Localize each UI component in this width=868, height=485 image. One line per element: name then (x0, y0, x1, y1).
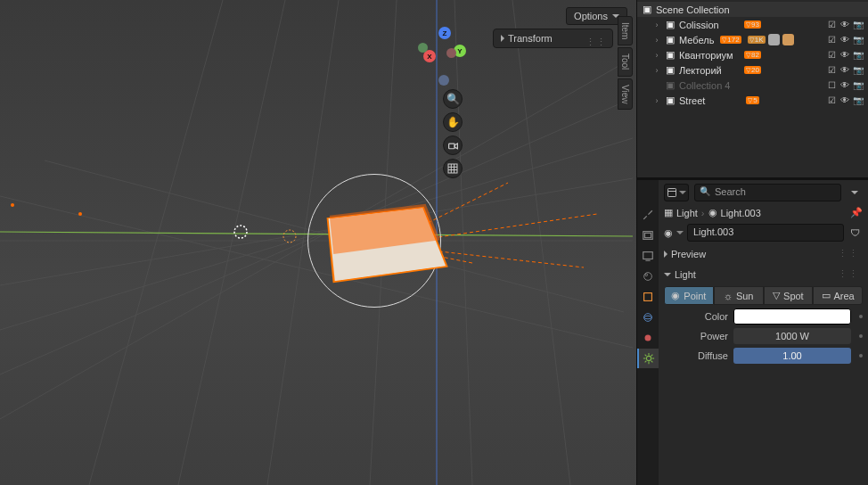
collection-count-badge: 172 (720, 36, 741, 44)
gizmo-neg-y[interactable] (418, 43, 428, 53)
navigation-gizmo[interactable]: Z Y X (418, 27, 471, 80)
exclude-toggle[interactable]: ☑ (825, 19, 838, 31)
light-type-area[interactable]: ▭ Area (813, 286, 863, 305)
outliner-scene-collection[interactable]: ▣ Scene Collection (637, 2, 868, 17)
render-toggle[interactable]: 📷 (852, 34, 864, 46)
viewport-3d[interactable]: Options Transform ⋮⋮ Item Tool View Z Y … (0, 0, 636, 485)
light-data-icon[interactable]: ◉ (664, 227, 673, 239)
object-properties-tab[interactable] (637, 287, 659, 307)
perspective-toggle-icon[interactable] (443, 159, 463, 178)
pin-icon[interactable]: 📌 (850, 207, 863, 218)
exclude-toggle[interactable]: ☑ (825, 49, 838, 62)
editor-type-dropdown[interactable] (664, 184, 689, 201)
gizmo-z-axis[interactable]: Z (438, 27, 451, 39)
drag-handle-icon[interactable]: ⋮⋮ (585, 37, 607, 48)
render-toggle[interactable]: 📷 (852, 64, 864, 77)
scene-collection-label: Scene Collection (656, 4, 864, 15)
collection-icon: ▣ (664, 64, 676, 77)
camera-view-icon[interactable] (443, 136, 463, 155)
gizmo-neg-z[interactable] (446, 48, 456, 58)
constraints-properties-tab[interactable] (637, 328, 659, 348)
expand-toggle[interactable]: › (652, 21, 661, 29)
object-chip (782, 34, 794, 45)
physics-properties-tab[interactable] (637, 308, 659, 327)
light-diffuse-slider[interactable]: 1.00 (733, 348, 851, 364)
sidebar-tab-tool[interactable]: Tool (618, 47, 633, 76)
light-panel-header[interactable]: Light ⋮⋮ (664, 266, 863, 283)
expand-toggle[interactable]: › (652, 51, 661, 60)
drag-handle-icon[interactable]: ⋮⋮ (838, 248, 863, 259)
light-name-input[interactable]: Light.003 (687, 224, 844, 242)
outliner-item[interactable]: › ▣ Кванториум 82 ☑ 👁 📷 (637, 47, 868, 62)
render-properties-tab[interactable] (637, 226, 659, 245)
svg-rect-30 (645, 233, 651, 237)
expand-toggle[interactable]: › (652, 36, 661, 45)
transform-panel[interactable]: Transform ⋮⋮ (493, 29, 613, 48)
render-toggle[interactable]: 📷 (852, 95, 864, 107)
render-toggle[interactable]: 📷 (852, 49, 864, 62)
scene-properties-tab[interactable] (637, 267, 659, 286)
outliner-item[interactable]: › ▣ Collection 4 ☐ 👁 📷 (637, 78, 868, 93)
properties-options-dropdown[interactable] (847, 185, 863, 201)
outliner-item[interactable]: › ▣ Colission 93 ☑ 👁 📷 (637, 17, 868, 32)
light-color-swatch[interactable] (733, 308, 851, 325)
chevron-down-icon[interactable] (676, 231, 684, 234)
light-label: Light (675, 269, 696, 280)
collection-label[interactable]: Street (679, 95, 740, 106)
collection-label[interactable]: Кванториум (679, 50, 738, 61)
svg-point-35 (644, 314, 652, 322)
fake-user-icon[interactable]: 🛡 (848, 227, 863, 238)
cube-icon: ▦ (664, 207, 673, 218)
collection-label[interactable]: Colission (679, 20, 738, 30)
collection-count-badge: 82 (744, 51, 761, 59)
sidebar-tab-view[interactable]: View (618, 78, 633, 111)
animate-property-icon[interactable] (859, 354, 863, 358)
collection-count-badge-2: 1K (748, 36, 766, 44)
light-type-point[interactable]: ◉ Point (664, 286, 714, 305)
outliner-item[interactable]: › ▣ Лекторий 20 ☑ 👁 📷 (637, 62, 868, 78)
zoom-tool-icon[interactable]: 🔍 (443, 89, 463, 109)
breadcrumb-data[interactable]: Light.003 (721, 208, 761, 218)
render-toggle[interactable]: 📷 (852, 79, 864, 92)
drag-handle-icon[interactable]: ⋮⋮ (838, 268, 863, 280)
outliner-item[interactable]: › ▣ Мебель 172 1K ☑ 👁 📷 (637, 32, 868, 47)
collection-icon: ▣ (664, 79, 676, 92)
outliner-panel[interactable]: ▣ Scene Collection › ▣ Colission 93 ☑ 👁 … (637, 0, 868, 178)
pan-tool-icon[interactable]: ✋ (443, 112, 463, 132)
visibility-toggle[interactable]: 👁 (839, 79, 851, 92)
tool-properties-tab[interactable] (637, 205, 659, 225)
light-power-input[interactable]: 1000 W (733, 328, 851, 344)
expand-toggle[interactable]: › (652, 96, 661, 105)
exclude-toggle[interactable]: ☐ (825, 79, 838, 92)
svg-point-37 (645, 335, 651, 341)
visibility-toggle[interactable]: 👁 (839, 34, 851, 46)
exclude-toggle[interactable]: ☑ (825, 34, 838, 46)
animate-property-icon[interactable] (859, 334, 863, 338)
visibility-toggle[interactable]: 👁 (839, 95, 851, 107)
light-type-spot[interactable]: ▽ Spot (764, 286, 814, 305)
visibility-toggle[interactable]: 👁 (839, 64, 851, 77)
selected-object[interactable] (312, 178, 454, 303)
visibility-toggle[interactable]: 👁 (839, 49, 851, 62)
animate-property-icon[interactable] (859, 315, 863, 318)
preview-panel-header[interactable]: Preview ⋮⋮ (664, 245, 863, 262)
visibility-toggle[interactable]: 👁 (839, 19, 851, 31)
render-toggle[interactable]: 📷 (852, 19, 864, 31)
chevron-down-icon (851, 191, 858, 194)
exclude-toggle[interactable]: ☑ (825, 95, 838, 107)
outliner-item[interactable]: › ▣ Street 5 ☑ 👁 📷 (637, 93, 868, 108)
data-properties-tab[interactable] (637, 349, 659, 368)
light-type-sun[interactable]: ☼ Sun (714, 286, 764, 305)
sidebar-tab-item[interactable]: Item (618, 16, 633, 45)
collection-label[interactable]: Мебель (679, 35, 714, 45)
gizmo-neg-x[interactable] (438, 75, 449, 86)
expand-toggle[interactable]: › (652, 66, 661, 75)
exclude-toggle[interactable]: ☑ (825, 64, 838, 77)
output-properties-tab[interactable] (637, 246, 659, 266)
properties-search-input[interactable]: Search (694, 184, 841, 201)
svg-point-22 (11, 203, 14, 207)
collection-icon: ▣ (664, 95, 676, 107)
collection-label[interactable]: Collection 4 (679, 80, 749, 91)
breadcrumb-object[interactable]: Light (676, 208, 698, 218)
collection-label[interactable]: Лекторий (679, 65, 738, 76)
